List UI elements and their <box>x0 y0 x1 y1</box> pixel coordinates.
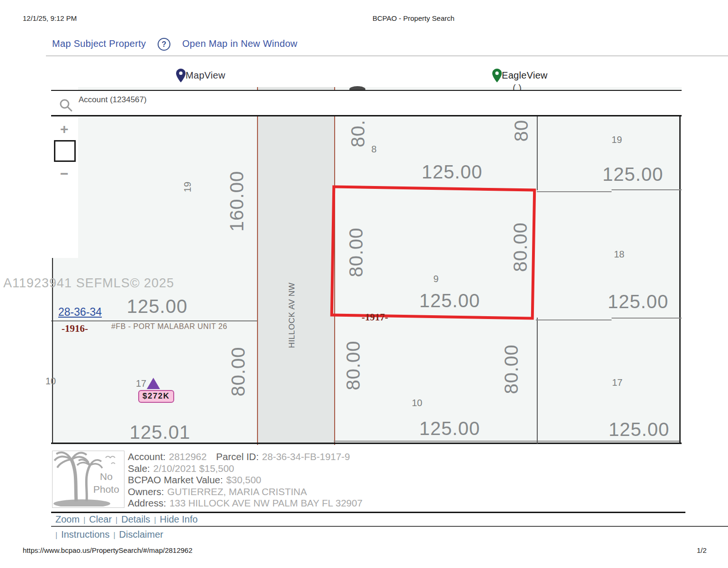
info-row: BCPAO Market Value:$30,500 <box>128 474 363 486</box>
lot-number: 10 <box>45 376 56 387</box>
section-township-range-link[interactable]: 28-36-34 <box>58 306 102 319</box>
link-clear[interactable]: Clear <box>89 514 112 524</box>
map-canvas[interactable]: ( ) 80. 80 19 160.00 80.00 80.00 HILLOCK… <box>51 87 682 445</box>
info-label: Sale: <box>128 463 150 474</box>
info-row: Address:133 HILLOCK AVE NW PALM BAY FL 3… <box>128 497 363 509</box>
print-datetime: 12/1/25, 9:12 PM <box>23 14 77 22</box>
map-right-frame-line <box>679 90 681 444</box>
street-label: HILLOCK AV NW <box>287 283 297 348</box>
dimension-label: 125.00 <box>422 161 482 183</box>
link-separator: | <box>150 516 160 524</box>
footer-links-row1: Zoom|Clear|Details|Hide Info <box>55 514 198 525</box>
dimension-label: 125.00 <box>608 291 668 312</box>
info-label: Parcel ID: <box>216 451 259 462</box>
link-separator: | <box>109 531 119 539</box>
open-map-link[interactable]: Open Map in New Window <box>182 38 297 49</box>
map-pin-icon <box>176 69 186 82</box>
zoom-in-button[interactable]: + <box>60 122 69 136</box>
lot-number: 10 <box>412 398 422 408</box>
footer-links-row2: |Instructions|Disclaimer <box>55 529 163 540</box>
parcel-boundary-line <box>612 318 682 319</box>
toolbar-divider <box>46 55 728 56</box>
document-title: BCPAO - Property Search <box>373 14 454 22</box>
footer-divider-bottom <box>51 526 728 527</box>
link-instructions[interactable]: Instructions <box>61 529 109 540</box>
plat-label-1916: -1916- <box>62 323 88 335</box>
lot-number: 18 <box>614 249 624 260</box>
info-row: Account:2812962Parcel ID:28-36-34-FB-191… <box>128 451 363 463</box>
mapview-toggle[interactable]: MapView <box>176 69 225 82</box>
footer-divider-top <box>51 512 685 513</box>
dimension-label: 80.00 <box>343 340 364 390</box>
dimension-label: 160.00 <box>226 171 248 231</box>
link-details[interactable]: Details <box>121 514 150 524</box>
extent-box-button[interactable] <box>54 140 76 162</box>
dimension-label: 125.00 <box>603 164 663 185</box>
info-value: 28-36-34-FB-1917-9 <box>262 451 350 462</box>
info-label: BCPAO Market Value: <box>128 474 223 485</box>
no-photo-text: No Photo <box>93 470 119 496</box>
lot-number: 17 <box>612 377 622 388</box>
lot-number: 19 <box>612 134 622 145</box>
link-zoom[interactable]: Zoom <box>55 514 80 524</box>
info-value: 2/10/2021 $15,500 <box>153 463 234 474</box>
map-subject-property-link[interactable]: Map Subject Property <box>52 38 146 49</box>
parcel-boundary-line <box>612 189 682 190</box>
dimension-label: 80.00 <box>228 346 249 396</box>
parcel-info-panel: Account:2812962Parcel ID:28-36-34-FB-191… <box>128 451 363 509</box>
page-indicator: 1/2 <box>697 546 707 554</box>
link-disclaimer[interactable]: Disclaimer <box>119 529 163 540</box>
footer-url: https://www.bcpao.us/PropertySearch/#/ma… <box>23 546 193 554</box>
search-input[interactable] <box>79 94 363 106</box>
help-icon[interactable]: ? <box>158 38 170 51</box>
mapview-label: MapView <box>186 70 225 80</box>
photo-placeholder: No Photo <box>52 451 124 508</box>
lot-number: 17 <box>136 378 146 389</box>
road-hillock-av <box>257 87 335 445</box>
dimension-label: 125.00 <box>609 419 669 440</box>
search-icon[interactable] <box>59 98 72 112</box>
price-marker[interactable]: $272K <box>138 390 174 403</box>
info-value: 133 HILLOCK AVE NW PALM BAY FL 32907 <box>169 497 363 508</box>
parcel-boundary-line <box>537 191 612 192</box>
lot-number: 19 <box>182 182 193 192</box>
selected-parcel-outline[interactable] <box>330 185 536 320</box>
info-value: 2812962 <box>169 451 207 462</box>
info-row: Sale:2/10/2021 $15,500 <box>128 463 363 475</box>
dimension-label: 125.01 <box>130 422 190 443</box>
eagleview-label: EagleView <box>502 70 548 80</box>
link-separator: | <box>55 531 61 539</box>
lot-number: 8 <box>371 144 376 155</box>
parcel-boundary-line <box>51 320 257 321</box>
info-value: $30,500 <box>226 474 261 485</box>
eagle-pin-icon <box>492 69 502 82</box>
zoom-out-button[interactable]: − <box>60 167 69 181</box>
subdivision-label: #FB - PORT MALABAR UNIT 26 <box>111 322 227 331</box>
info-label: Address: <box>128 497 166 508</box>
eagleview-toggle[interactable]: EagleView <box>492 69 548 82</box>
dimension-label: 125.00 <box>127 296 187 317</box>
parcel-boundary-line <box>537 318 538 444</box>
dimension-label: 80 <box>511 120 532 142</box>
link-separator: | <box>80 516 89 524</box>
marker-triangle-icon <box>147 378 160 389</box>
info-label: Account: <box>128 451 166 462</box>
info-label: Owners: <box>128 486 164 497</box>
plat-label-1917: -1917- <box>362 311 388 323</box>
dimension-label: 80.00 <box>501 344 522 394</box>
info-row: Owners:GUTIERREZ, MARIA CRISTINA <box>128 486 363 498</box>
link-hide-info[interactable]: Hide Info <box>160 514 198 524</box>
parcel-boundary-line <box>537 116 538 190</box>
parcel-boundary-line <box>334 441 679 442</box>
link-separator: | <box>112 516 121 524</box>
parcel-boundary-line <box>536 320 612 320</box>
watermark: A11923941 SEFMLS© 2025 <box>3 276 174 291</box>
dimension-label: 80. <box>347 120 369 148</box>
dimension-label: 125.00 <box>419 418 480 439</box>
info-value: GUTIERREZ, MARIA CRISTINA <box>167 486 307 497</box>
